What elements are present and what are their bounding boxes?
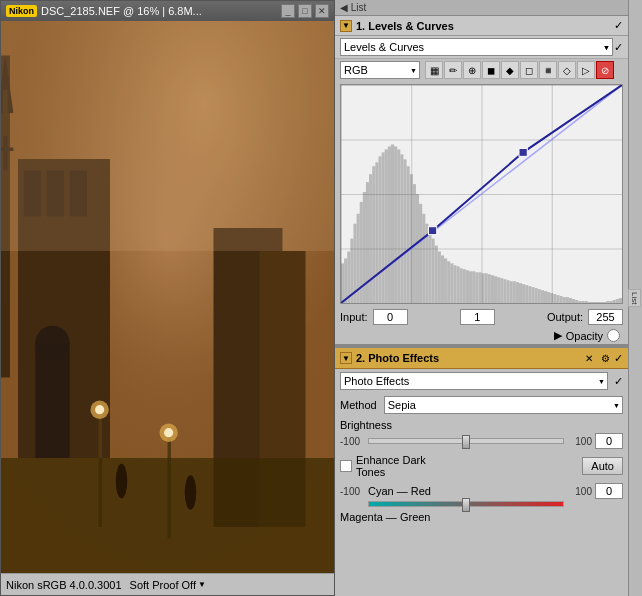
svg-rect-25 — [1, 458, 334, 573]
pe-check[interactable]: ✓ — [614, 352, 623, 365]
levels-dropdown[interactable]: Levels & Curves — [340, 38, 613, 56]
reset-icon[interactable]: ⊘ — [596, 61, 614, 79]
svg-rect-94 — [547, 292, 550, 303]
svg-rect-37 — [369, 174, 372, 303]
close-button[interactable]: ✕ — [315, 4, 329, 18]
levels-title: 1. Levels & Curves — [356, 20, 614, 32]
top-strip-label: ◀ List — [340, 2, 366, 13]
svg-rect-78 — [497, 277, 500, 303]
svg-rect-54 — [422, 214, 425, 303]
svg-rect-85 — [519, 283, 522, 303]
output-value[interactable] — [588, 309, 623, 325]
pe-dropdown[interactable]: Photo Effects — [340, 372, 608, 390]
photo-effects-section: ▼ 2. Photo Effects ✕ ⚙ ✓ Photo Effects ▼ — [335, 346, 628, 596]
cyan-red-min: -100 — [340, 486, 365, 497]
brightness-slider[interactable] — [368, 438, 564, 444]
cyan-red-label: Cyan — Red — [368, 485, 564, 497]
sample-mid-icon[interactable]: ◇ — [558, 61, 576, 79]
sample-black-icon[interactable]: ◾ — [539, 61, 557, 79]
svg-rect-115 — [613, 300, 616, 303]
enhance-row: Enhance DarkTones Auto — [335, 451, 628, 481]
svg-rect-99 — [563, 297, 566, 303]
magenta-green-label: Magenta — Green — [340, 511, 623, 523]
channel-select[interactable]: RGB — [340, 61, 420, 79]
cyan-red-thumb[interactable] — [462, 498, 470, 512]
cyan-red-slider[interactable] — [368, 501, 564, 507]
pe-collapse-button[interactable]: ▼ — [340, 352, 352, 364]
color-profile: Nikon sRGB 4.0.0.3001 — [6, 579, 122, 591]
side-tab: List — [628, 0, 642, 596]
svg-rect-103 — [575, 300, 578, 303]
svg-rect-50 — [410, 174, 413, 303]
soft-proof-button[interactable]: Soft Proof Off ▼ — [130, 579, 206, 591]
levels-collapse-button[interactable]: ▼ — [340, 20, 352, 32]
pe-title: 2. Photo Effects — [356, 352, 582, 364]
svg-rect-86 — [522, 284, 525, 303]
svg-rect-44 — [391, 144, 394, 303]
cyan-red-slider-row — [340, 501, 623, 507]
svg-rect-57 — [432, 239, 435, 303]
svg-rect-69 — [469, 271, 472, 303]
levels-tool-row: Levels & Curves ▼ ✓ — [335, 36, 628, 59]
brightness-value[interactable] — [595, 433, 623, 449]
svg-point-26 — [116, 464, 128, 499]
svg-rect-38 — [372, 166, 375, 303]
svg-rect-46 — [397, 149, 400, 303]
input-mid-value[interactable] — [460, 309, 495, 325]
brightness-min: -100 — [340, 436, 365, 447]
brightness-row: Brightness -100 100 — [335, 417, 628, 451]
levels-check[interactable]: ✓ — [614, 19, 623, 32]
black-point-icon[interactable]: ◼ — [482, 61, 500, 79]
magenta-green-row: Magenta — Green — [335, 509, 628, 527]
cyan-red-value[interactable] — [595, 483, 623, 499]
histogram-icon[interactable]: ▦ — [425, 61, 443, 79]
photo-effects-header: ▼ 2. Photo Effects ✕ ⚙ ✓ — [335, 346, 628, 369]
input-value[interactable] — [373, 309, 408, 325]
svg-rect-109 — [594, 302, 597, 303]
top-strip: ◀ List — [335, 0, 628, 16]
enhance-checkbox[interactable] — [340, 460, 352, 472]
svg-rect-59 — [438, 251, 441, 303]
mid-point-icon[interactable]: ◆ — [501, 61, 519, 79]
svg-rect-96 — [553, 294, 556, 303]
sample-icon[interactable]: ⊕ — [463, 61, 481, 79]
svg-rect-93 — [544, 291, 547, 303]
method-select[interactable]: Sepia — [384, 396, 623, 414]
cyan-red-row: -100 Cyan — Red 100 — [335, 481, 628, 509]
side-tab-item[interactable]: List — [628, 289, 641, 307]
svg-rect-45 — [394, 146, 397, 303]
svg-rect-66 — [460, 268, 463, 303]
input-label: Input: — [340, 311, 368, 323]
svg-rect-29 — [344, 258, 347, 303]
sample-white-icon[interactable]: ▷ — [577, 61, 595, 79]
svg-rect-108 — [591, 302, 594, 303]
svg-rect-42 — [385, 149, 388, 303]
maximize-button[interactable]: □ — [298, 4, 312, 18]
image-panel: Nikon DSC_2185.NEF @ 16% | 6.8M... _ □ ✕ — [0, 0, 335, 596]
minimize-button[interactable]: _ — [281, 4, 295, 18]
soft-proof-arrow: ▼ — [198, 580, 206, 589]
pe-gear-icon[interactable]: ⚙ — [598, 351, 612, 365]
svg-rect-81 — [506, 280, 509, 303]
right-panel: ◀ List ▼ 1. Levels & Curves ✓ Levels & C… — [335, 0, 642, 596]
svg-rect-95 — [550, 293, 553, 303]
white-point-icon[interactable]: ◻ — [520, 61, 538, 79]
svg-rect-114 — [610, 301, 613, 303]
opacity-radio[interactable] — [607, 329, 620, 342]
brightness-label: Brightness — [340, 419, 623, 431]
svg-rect-82 — [510, 281, 513, 303]
nikon-logo: Nikon — [6, 5, 37, 17]
svg-rect-87 — [525, 285, 528, 303]
svg-rect-113 — [606, 301, 609, 303]
svg-rect-84 — [516, 282, 519, 303]
auto-button[interactable]: Auto — [582, 457, 623, 475]
svg-rect-68 — [466, 270, 469, 303]
pe-close-icon[interactable]: ✕ — [582, 351, 596, 365]
levels-dropdown-check: ✓ — [614, 41, 623, 54]
svg-rect-105 — [581, 301, 584, 303]
pencil-icon[interactable]: ✏ — [444, 61, 462, 79]
curves-graph[interactable] — [340, 84, 623, 304]
svg-rect-117 — [619, 298, 622, 303]
brightness-thumb[interactable] — [462, 435, 470, 449]
window-controls[interactable]: _ □ ✕ — [281, 4, 329, 18]
